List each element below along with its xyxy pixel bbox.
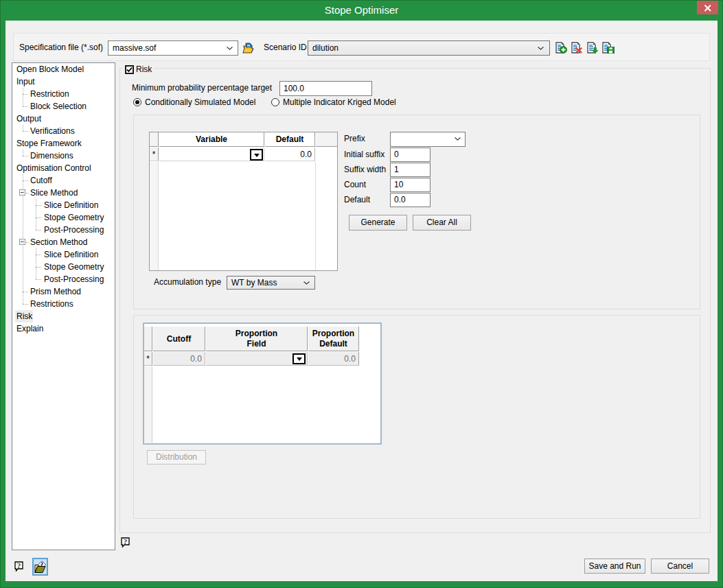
svg-text:?: ? [17, 561, 21, 569]
svg-text:?: ? [124, 537, 128, 545]
